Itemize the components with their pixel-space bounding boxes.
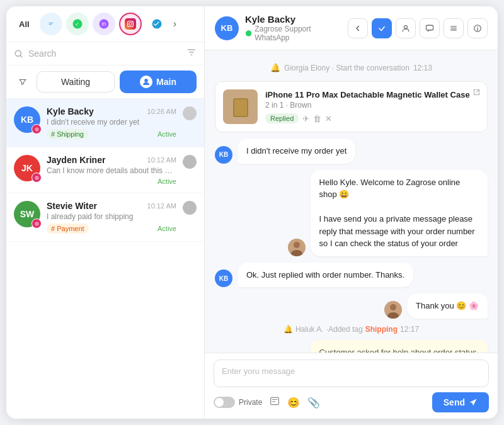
conv-header: Kyle Backy 10:26 AM bbox=[47, 106, 176, 116]
conversation-list: KB Kyle Backy 10:26 AM I didn't receive … bbox=[6, 99, 204, 419]
conv-time: 10:12 AM bbox=[147, 156, 176, 164]
conv-name: Jayden Kriner bbox=[47, 155, 105, 165]
header-actions bbox=[348, 18, 488, 38]
channel-more[interactable]: › bbox=[173, 18, 176, 30]
send-arrow-icon bbox=[469, 398, 478, 407]
svg-point-21 bbox=[246, 30, 251, 36]
conv-preview: I didn't receive my order yet bbox=[47, 118, 176, 127]
channel-telegram[interactable] bbox=[146, 13, 168, 35]
channel-tabs: All ✓ m › bbox=[6, 6, 204, 42]
close-icon[interactable]: ✕ bbox=[325, 114, 332, 123]
tag-payment: # Payment bbox=[47, 224, 89, 234]
filter-tabs: Waiting Main bbox=[6, 65, 204, 99]
replied-badge: Replied bbox=[265, 113, 299, 123]
product-actions: Replied ✈ 🗑 ✕ bbox=[265, 113, 470, 123]
search-icon bbox=[14, 49, 23, 59]
conv-header: Jayden Kriner 10:12 AM bbox=[47, 155, 176, 165]
product-info: iPhone 11 Pro Max Detachable Magnetic Wa… bbox=[265, 90, 470, 123]
contact-avatar: KB bbox=[215, 16, 239, 40]
template-icon[interactable] bbox=[270, 396, 280, 409]
user-profile-button[interactable] bbox=[396, 18, 416, 38]
filter-sort-icon[interactable] bbox=[186, 47, 197, 60]
message-row: KB Ok. Just replied with order number. T… bbox=[215, 263, 488, 288]
list-item[interactable]: KB Kyle Backy 10:26 AM I didn't receive … bbox=[6, 99, 204, 147]
svg-text:m: m bbox=[101, 21, 106, 27]
private-label: Private bbox=[239, 398, 262, 407]
svg-rect-24 bbox=[450, 26, 457, 26]
chat-messages: 🔔 Giorgia Elony · Start the conversation… bbox=[205, 50, 498, 353]
tag-event-actor: Haluk A. bbox=[295, 325, 324, 334]
conv-name: Stevie Witer bbox=[47, 201, 97, 211]
channel-badge bbox=[32, 124, 42, 134]
send-icon[interactable]: ✈ bbox=[302, 114, 309, 123]
emoji-icon[interactable]: 😊 bbox=[287, 397, 300, 409]
tab-main-avatar bbox=[140, 76, 152, 88]
tag-shipping: # Shipping bbox=[47, 129, 88, 139]
message-bubble: Thank you 😊 🌸 bbox=[407, 293, 488, 319]
menu-button[interactable] bbox=[444, 18, 464, 38]
assigned-agent-avatar bbox=[183, 155, 197, 169]
message-row: Hello Kyle. Welcome to Zagrose online sh… bbox=[215, 170, 488, 256]
svg-point-28 bbox=[477, 26, 478, 26]
info-button[interactable] bbox=[467, 18, 488, 38]
whatsapp-icon bbox=[245, 30, 252, 37]
external-link-icon[interactable] bbox=[472, 88, 481, 98]
chat-bubble-button[interactable] bbox=[420, 18, 440, 38]
message-bubble: Hello Kyle. Welcome to Zagrose online sh… bbox=[311, 170, 488, 256]
svg-point-36 bbox=[390, 304, 396, 310]
send-button[interactable]: Send bbox=[432, 392, 489, 412]
private-toggle[interactable] bbox=[214, 397, 235, 408]
message-bubble: I didn't receive my order yet bbox=[238, 139, 355, 164]
channel-instagram[interactable] bbox=[119, 13, 142, 35]
list-item[interactable]: JK Jayden Kriner 10:12 AM Can I know mor… bbox=[6, 147, 204, 193]
message-avatar: KB bbox=[215, 146, 232, 164]
back-button[interactable] bbox=[348, 18, 368, 38]
avatar: SW bbox=[14, 201, 40, 227]
system-note-text: Giorgia Elony · Start the conversation bbox=[284, 64, 410, 72]
channel-badge bbox=[32, 218, 42, 229]
avatar: JK bbox=[14, 155, 40, 181]
status-badge: Active bbox=[158, 130, 176, 138]
svg-point-0 bbox=[46, 20, 55, 29]
search-bar bbox=[6, 42, 204, 65]
message-input-placeholder: Enter yoru message bbox=[214, 360, 489, 387]
check-button[interactable] bbox=[372, 18, 392, 38]
assigned-agent-avatar bbox=[183, 106, 197, 120]
list-item[interactable]: SW Stevie Witer 10:12 AM I already paid … bbox=[6, 193, 204, 242]
conv-footer: # Shipping Active bbox=[47, 129, 176, 139]
tag-event: 🔔 Haluk A. ·Added tag Shipping 12:17 bbox=[215, 325, 488, 334]
channel-badge bbox=[32, 173, 42, 183]
channel-messenger[interactable]: m bbox=[93, 13, 115, 35]
input-actions: Private 😊 📎 Send bbox=[214, 392, 489, 412]
conv-time: 10:12 AM bbox=[147, 202, 176, 210]
filter-button[interactable] bbox=[14, 73, 32, 91]
conv-preview: I already paid for shipping bbox=[47, 212, 176, 221]
bell-icon: 🔔 bbox=[270, 63, 280, 72]
attach-icon[interactable]: 📎 bbox=[307, 397, 320, 409]
conv-footer: Active bbox=[47, 178, 176, 185]
chat-platform: Zagrose Support WhatsApp bbox=[245, 25, 341, 42]
channel-whatsapp[interactable]: ✓ bbox=[66, 13, 89, 35]
delete-icon[interactable]: 🗑 bbox=[313, 114, 321, 123]
conv-header: Stevie Witer 10:12 AM bbox=[47, 201, 176, 211]
conv-preview: Can I know more details about this phone… bbox=[47, 166, 176, 175]
svg-point-33 bbox=[294, 242, 300, 248]
system-note-start: 🔔 Giorgia Elony · Start the conversation… bbox=[215, 63, 488, 72]
svg-rect-41 bbox=[271, 397, 279, 404]
svg-rect-31 bbox=[234, 99, 247, 116]
product-name: iPhone 11 Pro Max Detachable Magnetic Wa… bbox=[265, 90, 470, 99]
search-input[interactable] bbox=[28, 48, 181, 59]
svg-rect-23 bbox=[426, 25, 433, 30]
svg-point-11 bbox=[144, 79, 148, 82]
tag-event-value: Shipping bbox=[365, 325, 398, 334]
svg-rect-15 bbox=[34, 175, 40, 181]
status-badge: Active bbox=[158, 225, 176, 232]
product-card: iPhone 11 Pro Max Detachable Magnetic Wa… bbox=[215, 81, 488, 132]
channel-chat[interactable] bbox=[40, 13, 62, 35]
conv-body: Stevie Witer 10:12 AM I already paid for… bbox=[47, 201, 176, 234]
tab-all[interactable]: All bbox=[13, 16, 36, 33]
message-row: Customer asked for help about order stat… bbox=[215, 340, 488, 353]
contact-name: Kyle Backy bbox=[245, 14, 341, 25]
tab-waiting[interactable]: Waiting bbox=[37, 71, 115, 93]
tab-main[interactable]: Main bbox=[120, 71, 197, 93]
